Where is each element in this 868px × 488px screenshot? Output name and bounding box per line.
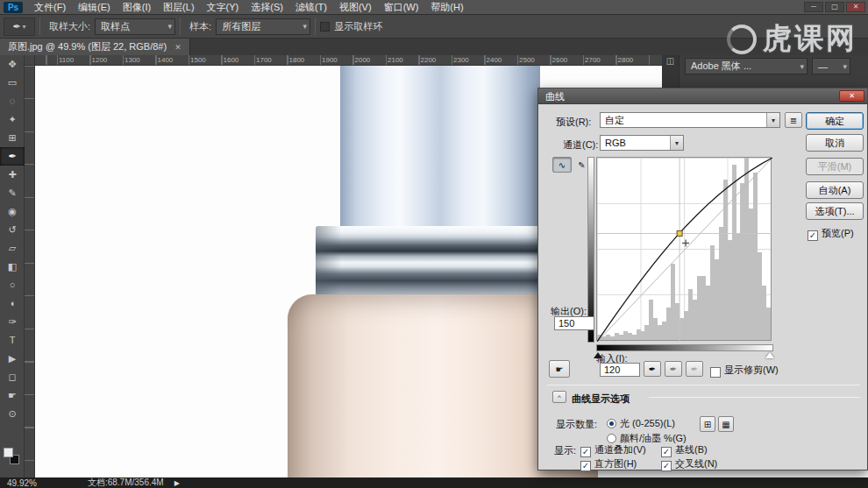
channel-value: RGB <box>605 138 626 148</box>
channel-dropdown[interactable]: RGB ▾ <box>600 135 684 151</box>
vertical-ruler[interactable] <box>25 66 35 477</box>
collapse-section-button[interactable]: ^ <box>552 391 566 403</box>
preset-options-button[interactable]: ≣ <box>785 112 802 128</box>
menu-item[interactable]: 图层(L) <box>157 0 200 15</box>
menu-item[interactable]: 编辑(E) <box>72 0 117 15</box>
status-menu-icon[interactable]: ▶ <box>174 479 180 487</box>
maximize-button[interactable]: ▢ <box>825 2 844 12</box>
output-input[interactable]: 150 <box>554 316 594 330</box>
ruler-number: 2600 <box>552 56 568 64</box>
blur-tool-icon[interactable]: ○ <box>0 276 25 294</box>
checkbox-icon: ✓ <box>661 447 672 457</box>
font-style-value: — <box>818 61 828 72</box>
curves-dialog: 曲线 ✕ 预设(R): 自定 ▾ ≣ 通道(C): RGB ▾ ∿ ✎ <box>537 88 868 470</box>
hand-tool-icon[interactable]: ☛ <box>0 386 25 405</box>
target-adjustment-tool-button[interactable]: ☛ <box>549 360 570 378</box>
curve-point-tool-button[interactable]: ∿ <box>552 157 572 173</box>
font-family-dropdown[interactable]: Adobe 黑体 ... ▾ <box>685 58 808 74</box>
panel-icon[interactable]: ◫ <box>662 56 679 66</box>
status-bar: 49.92% 文档:68.7M/356.4M ▶ <box>0 477 868 488</box>
show-sample-ring-checkbox[interactable] <box>320 22 330 32</box>
eyedropper-tool-icon[interactable]: ✒ <box>0 147 25 166</box>
radio-icon <box>607 434 616 443</box>
baseline-checkbox[interactable]: ✓基线(B) <box>661 443 708 457</box>
show-label: 显示: <box>554 444 576 457</box>
show-sample-ring-label: 显示取样环 <box>334 20 382 33</box>
tool-preset-picker[interactable]: ✒ ▾ <box>4 18 35 36</box>
curve-point[interactable] <box>677 230 682 236</box>
cancel-button[interactable]: 取消 <box>806 134 864 152</box>
gray-point-dropper-button[interactable]: ✒ <box>665 361 682 377</box>
healing-tool-icon[interactable]: ✚ <box>0 166 25 184</box>
sample-size-label: 取样大小: <box>49 20 90 33</box>
menu-item[interactable]: 视图(V) <box>333 0 378 15</box>
detailed-grid-button[interactable]: ▦ <box>718 416 734 432</box>
history-brush-tool-icon[interactable]: ↺ <box>0 221 25 239</box>
eraser-tool-icon[interactable]: ▱ <box>0 239 25 258</box>
dodge-tool-icon[interactable]: ◖ <box>0 294 25 313</box>
menu-item[interactable]: 文件(F) <box>28 0 72 15</box>
ruler-number: 2100 <box>388 56 403 64</box>
white-point-dropper-button[interactable]: ✒ <box>686 361 703 377</box>
curve-graph[interactable] <box>596 157 772 341</box>
type-tool-icon[interactable]: T <box>0 331 25 350</box>
crop-tool-icon[interactable]: ⊞ <box>0 129 25 147</box>
menu-item[interactable]: 文字(Y) <box>201 0 245 15</box>
move-tool-icon[interactable]: ✥ <box>0 55 25 74</box>
close-button[interactable]: ✕ <box>846 2 865 12</box>
highlight-slider[interactable] <box>765 352 774 358</box>
close-icon[interactable]: ✕ <box>174 43 181 52</box>
menu-item[interactable]: 帮助(H) <box>424 0 469 15</box>
simple-grid-button[interactable]: ⊞ <box>700 416 715 432</box>
zoom-level[interactable]: 49.92% <box>7 478 37 488</box>
histogram-checkbox[interactable]: ✓直方图(H) <box>580 457 637 471</box>
radio-light[interactable]: 光 (0-255)(L) <box>607 417 675 430</box>
marquee-tool-icon[interactable]: ▭ <box>0 74 25 92</box>
dialog-close-button[interactable]: ✕ <box>839 90 864 102</box>
output-gradient-bar <box>587 157 594 343</box>
foreground-color-swatch[interactable] <box>4 448 13 457</box>
sample-size-value: 取样点 <box>101 20 130 33</box>
intersection-label: 交叉线(N) <box>675 458 717 469</box>
clone-stamp-tool-icon[interactable]: ◉ <box>0 202 25 221</box>
color-swatches[interactable] <box>0 445 25 470</box>
menu-item[interactable]: 图像(I) <box>117 0 157 15</box>
font-style-dropdown[interactable]: — ▾ <box>812 58 850 74</box>
minimize-button[interactable]: ─ <box>804 2 823 12</box>
lasso-tool-icon[interactable]: ◌ <box>0 92 25 110</box>
divider <box>649 397 860 398</box>
auto-button[interactable]: 自动(A) <box>806 181 864 199</box>
menu-item[interactable]: 选择(S) <box>245 0 289 15</box>
show-clipping-label: 显示修剪(W) <box>724 364 779 375</box>
quick-select-tool-icon[interactable]: ✦ <box>0 110 25 129</box>
preview-checkbox[interactable]: ✓预览(P) <box>808 227 854 241</box>
show-amount-label: 显示数量: <box>556 418 597 431</box>
sample-size-dropdown[interactable]: 取样点 ▾ <box>95 18 175 35</box>
ok-button[interactable]: 确定 <box>806 112 864 130</box>
intersection-checkbox[interactable]: ✓交叉线(N) <box>661 457 717 471</box>
chevron-down-icon: ▾ <box>168 22 173 31</box>
black-point-dropper-button[interactable]: ✒ <box>644 361 661 377</box>
sample-dropdown[interactable]: 所有图层 ▾ <box>216 18 310 35</box>
dialog-title-bar[interactable]: 曲线 <box>538 88 867 104</box>
divider <box>547 385 860 385</box>
show-clipping-checkbox[interactable]: ✓显示修剪(W) <box>710 364 779 378</box>
channel-overlay-label: 通道叠加(V) <box>594 444 646 455</box>
pen-tool-icon[interactable]: ✑ <box>0 313 25 331</box>
path-select-tool-icon[interactable]: ▶ <box>0 350 25 368</box>
document-tab[interactable]: 原图.jpg @ 49.9% (图层 22, RGB/8#) ✕ <box>0 39 190 55</box>
options-button[interactable]: 选项(T)... <box>806 202 864 220</box>
preview-label: 预览(P) <box>822 228 854 238</box>
menu-item[interactable]: 滤镜(T) <box>289 0 333 15</box>
gradient-tool-icon[interactable]: ◧ <box>0 258 25 276</box>
shape-tool-icon[interactable]: ◻ <box>0 368 25 386</box>
smooth-button[interactable]: 平滑(M) <box>806 158 864 175</box>
zoom-tool-icon[interactable]: ⊙ <box>0 405 25 423</box>
brush-tool-icon[interactable]: ✎ <box>0 184 25 202</box>
menu-item[interactable]: 窗口(W) <box>378 0 425 15</box>
options-bar: ✒ ▾ 取样大小: 取样点 ▾ 样本: 所有图层 ▾ 显示取样环 <box>0 15 868 39</box>
preset-dropdown[interactable]: 自定 ▾ <box>600 112 780 128</box>
channel-overlay-checkbox[interactable]: ✓通道叠加(V) <box>580 443 646 457</box>
input-input[interactable]: 120 <box>600 363 640 377</box>
font-family-value: Adobe 黑体 ... <box>691 60 751 73</box>
